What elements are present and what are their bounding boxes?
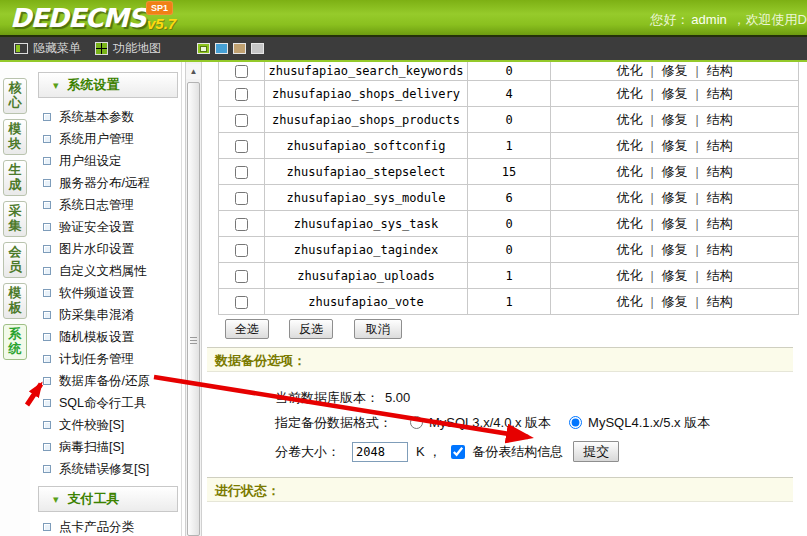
separator: | [696, 64, 699, 78]
row-checkbox[interactable] [235, 270, 248, 283]
sidebar-menu-item[interactable]: 病毒扫描[S] [30, 436, 181, 458]
format-option[interactable]: MySQL4.1.x/5.x 版本 [569, 415, 710, 430]
row-checkbox[interactable] [235, 88, 248, 101]
sidebar-item-label: 随机模板设置 [59, 330, 134, 344]
volume-size-input[interactable] [352, 442, 408, 462]
sidebar-menu-item[interactable]: 文件校验[S] [30, 414, 181, 436]
sidebar-menu-item[interactable]: 防采集串混淆 [30, 304, 181, 326]
sidebar-menu-item[interactable]: 系统错误修复[S] [30, 458, 181, 480]
sidebar-menu-item[interactable]: 计划任务管理 [30, 348, 181, 370]
vertical-scrollbar[interactable]: ▲ [185, 62, 202, 536]
bullet-icon [43, 421, 51, 429]
optimize-link[interactable]: 优化 [616, 86, 642, 101]
repair-link[interactable]: 修复 [662, 216, 688, 231]
sidebar-menu-item[interactable]: 图片水印设置 [30, 238, 181, 260]
feature-map-button[interactable]: 功能地图 [95, 40, 161, 57]
structure-link[interactable]: 结构 [707, 268, 733, 283]
optimize-link[interactable]: 优化 [616, 112, 642, 127]
theme-swatch[interactable] [233, 43, 246, 54]
optimize-link[interactable]: 优化 [616, 294, 642, 309]
module-tab[interactable]: 模块 [3, 119, 27, 155]
row-checkbox[interactable] [235, 218, 248, 231]
row-checkbox[interactable] [235, 65, 248, 78]
structure-link[interactable]: 结构 [707, 190, 733, 205]
repair-link[interactable]: 修复 [662, 164, 688, 179]
sidebar-menu-item[interactable]: 系统基本参数 [30, 106, 181, 128]
cancel-button[interactable]: 取消 [354, 319, 402, 339]
structure-link[interactable]: 结构 [707, 63, 733, 78]
invert-selection-button[interactable]: 反选 [289, 319, 333, 339]
theme-swatch[interactable] [215, 43, 228, 54]
sidebar-item-label: 验证安全设置 [59, 220, 134, 234]
theme-swatches [197, 43, 269, 54]
sidebar-menu-item[interactable]: 自定义文档属性 [30, 260, 181, 282]
optimize-link[interactable]: 优化 [616, 63, 642, 78]
pay-menu-list: 点卡产品分类 [30, 516, 181, 536]
module-tab-label: 模板 [9, 285, 22, 315]
sidebar-item-label: 系统基本参数 [59, 110, 134, 124]
repair-link[interactable]: 修复 [662, 86, 688, 101]
record-count: 6 [468, 185, 551, 211]
sidebar-menu-item[interactable]: 系统日志管理 [30, 194, 181, 216]
sidebar-menu-item[interactable]: 随机模板设置 [30, 326, 181, 348]
repair-link[interactable]: 修复 [662, 112, 688, 127]
optimize-link[interactable]: 优化 [616, 190, 642, 205]
sidebar-menu-item[interactable]: 用户组设定 [30, 150, 181, 172]
structure-link[interactable]: 结构 [707, 242, 733, 257]
structure-link[interactable]: 结构 [707, 164, 733, 179]
structure-info-checkbox[interactable] [451, 445, 465, 459]
optimize-link[interactable]: 优化 [616, 138, 642, 153]
sidebar-menu-item[interactable]: 系统用户管理 [30, 128, 181, 150]
optimize-link[interactable]: 优化 [616, 242, 642, 257]
module-tab[interactable]: 生成 [3, 160, 27, 196]
sidebar-item-label: 系统日志管理 [59, 198, 134, 212]
section-system-settings[interactable]: ▾系统设置 [38, 72, 178, 98]
sidebar-menu-item[interactable]: SQL命令行工具 [30, 392, 181, 414]
sidebar-menu-item[interactable]: 验证安全设置 [30, 216, 181, 238]
repair-link[interactable]: 修复 [662, 242, 688, 257]
row-checkbox[interactable] [235, 140, 248, 153]
optimize-link[interactable]: 优化 [616, 164, 642, 179]
separator: | [650, 64, 653, 78]
repair-link[interactable]: 修复 [662, 268, 688, 283]
row-checkbox[interactable] [235, 244, 248, 257]
module-tab[interactable]: 会员 [3, 242, 27, 278]
row-checkbox[interactable] [235, 166, 248, 179]
optimize-link[interactable]: 优化 [616, 268, 642, 283]
module-tab[interactable]: 模板 [3, 283, 27, 319]
module-tab[interactable]: 核心 [3, 78, 27, 114]
select-all-button[interactable]: 全选 [225, 319, 269, 339]
repair-link[interactable]: 修复 [662, 190, 688, 205]
section-pay-tools[interactable]: ▾支付工具 [38, 486, 178, 512]
module-tab[interactable]: 采集 [3, 201, 27, 237]
repair-link[interactable]: 修复 [662, 138, 688, 153]
submit-button[interactable]: 提交 [573, 441, 619, 462]
format-radio[interactable] [410, 416, 423, 429]
structure-link[interactable]: 结构 [707, 86, 733, 101]
sidebar-menu-item[interactable]: 数据库备份/还原 [30, 370, 181, 392]
sidebar-menu-item[interactable]: 软件频道设置 [30, 282, 181, 304]
theme-swatch[interactable] [197, 43, 210, 54]
structure-link[interactable]: 结构 [707, 138, 733, 153]
structure-link[interactable]: 结构 [707, 216, 733, 231]
row-checkbox[interactable] [235, 296, 248, 309]
row-checkbox[interactable] [235, 114, 248, 127]
module-tabstrip: 核心模块生成采集会员模板系统 [0, 62, 30, 536]
sidebar-item-label: 软件频道设置 [59, 286, 134, 300]
table-row: zhusufapiao_shops_delivery 4 优化|修复|结构 [219, 81, 799, 107]
scrollbar-thumb[interactable] [187, 82, 200, 536]
sidebar-menu-item[interactable]: 点卡产品分类 [30, 516, 181, 536]
repair-link[interactable]: 修复 [662, 63, 688, 78]
optimize-link[interactable]: 优化 [616, 216, 642, 231]
theme-swatch[interactable] [251, 43, 264, 54]
hide-menu-button[interactable]: 隐藏菜单 [14, 40, 81, 57]
repair-link[interactable]: 修复 [662, 294, 688, 309]
sidebar-menu-item[interactable]: 服务器分布/远程 [30, 172, 181, 194]
format-radio[interactable] [569, 416, 582, 429]
scroll-up-button[interactable]: ▲ [186, 64, 201, 79]
structure-link[interactable]: 结构 [707, 294, 733, 309]
module-tab[interactable]: 系统 [3, 324, 27, 360]
structure-link[interactable]: 结构 [707, 112, 733, 127]
row-checkbox[interactable] [235, 192, 248, 205]
format-option[interactable]: MySQL3.x/4.0.x 版本 [410, 415, 551, 430]
